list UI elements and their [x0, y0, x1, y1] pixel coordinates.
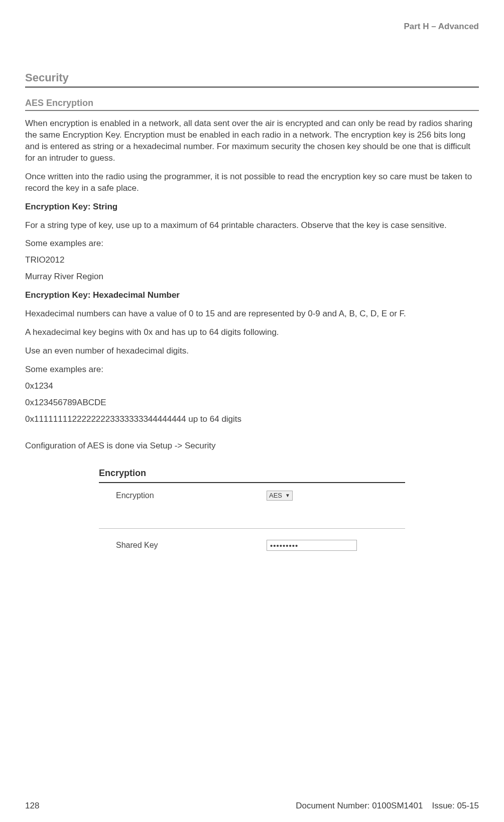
body-paragraph: For a string type of key, use up to a ma… — [25, 220, 479, 231]
config-row-encryption: Encryption AES ▼ — [99, 483, 405, 508]
chevron-down-icon: ▼ — [285, 492, 290, 500]
heading-aes-encryption: AES Encryption — [25, 97, 479, 111]
body-paragraph: Some examples are: — [25, 364, 479, 376]
encryption-select[interactable]: AES ▼ — [267, 491, 293, 501]
heading-security: Security — [25, 70, 479, 88]
subheading-key-hex: Encryption Key: Hexadecimal Number — [25, 290, 479, 301]
issue-number: Issue: 05-15 — [432, 800, 479, 812]
example-value: 0x1234 — [25, 381, 479, 392]
field-label: Shared Key — [116, 540, 267, 551]
example-value: TRIO2012 — [25, 255, 479, 266]
page-footer: 128 Document Number: 0100SM1401 Issue: 0… — [25, 800, 479, 812]
example-value: Murray River Region — [25, 271, 479, 283]
body-paragraph: Some examples are: — [25, 238, 479, 250]
body-paragraph: Once written into the radio using the pr… — [25, 171, 479, 194]
body-paragraph: Hexadecimal numbers can have a value of … — [25, 308, 479, 320]
document-number: Document Number: 0100SM1401 — [296, 800, 423, 812]
subheading-key-string: Encryption Key: String — [25, 201, 479, 213]
document-page: Part H – Advanced Security AES Encryptio… — [0, 0, 504, 822]
body-paragraph: Use an even number of hexadecimal digits… — [25, 345, 479, 357]
field-label: Encryption — [116, 490, 267, 501]
example-value: 0x11111111222222223333333344444444 up to… — [25, 414, 479, 425]
body-paragraph: When encryption is enabled in a network,… — [25, 118, 479, 164]
encryption-config-panel: Encryption Encryption AES ▼ Shared Key •… — [99, 467, 405, 558]
page-number: 128 — [25, 800, 39, 812]
section-header: Part H – Advanced — [404, 21, 479, 33]
body-paragraph: Configuration of AES is done via Setup -… — [25, 440, 479, 452]
body-paragraph: A hexadecimal key begins with 0x and has… — [25, 327, 479, 338]
panel-title: Encryption — [99, 467, 405, 483]
config-row-shared-key: Shared Key ••••••••• — [99, 528, 405, 558]
select-value: AES — [269, 492, 282, 500]
example-value: 0x123456789ABCDE — [25, 397, 479, 409]
shared-key-input[interactable]: ••••••••• — [267, 540, 357, 551]
